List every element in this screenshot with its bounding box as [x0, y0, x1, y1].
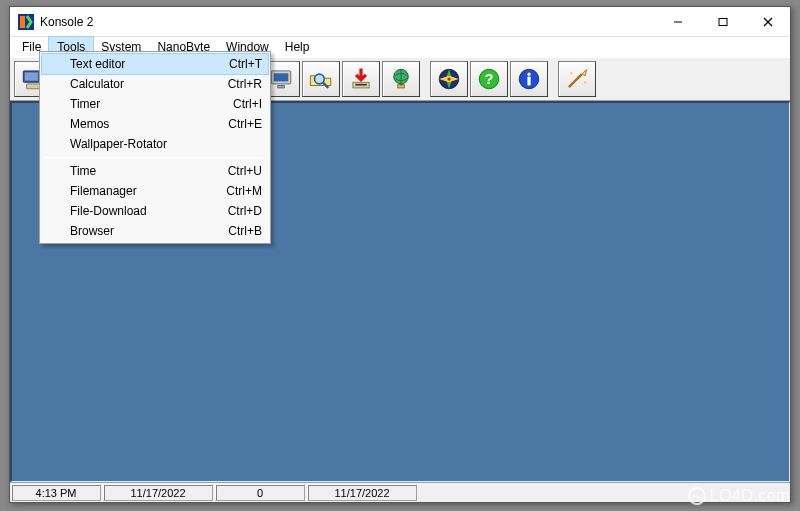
menu-item-label: Calculator [70, 77, 208, 91]
menu-item-label: Filemanager [70, 184, 206, 198]
svg-rect-34 [274, 73, 289, 81]
watermark-icon [685, 484, 708, 507]
watermark-text: LO4D.com [710, 487, 790, 505]
menu-calculator[interactable]: Calculator Ctrl+R [42, 74, 268, 94]
menu-timer[interactable]: Timer Ctrl+I [42, 94, 268, 114]
menu-filemanager[interactable]: Filemanager Ctrl+M [42, 181, 268, 201]
svg-rect-39 [355, 84, 366, 86]
svg-point-54 [570, 72, 572, 74]
tools-dropdown: Text editor Ctrl+T Calculator Ctrl+R Tim… [39, 51, 271, 244]
download-icon[interactable] [342, 61, 380, 97]
globe-icon[interactable] [382, 61, 420, 97]
menu-memos[interactable]: Memos Ctrl+E [42, 114, 268, 134]
window-controls [655, 7, 790, 36]
svg-marker-53 [582, 69, 587, 76]
menu-item-shortcut: Ctrl+T [229, 57, 262, 71]
status-date1: 11/17/2022 [103, 484, 213, 501]
menu-time[interactable]: Time Ctrl+U [42, 161, 268, 181]
menu-item-shortcut: Ctrl+U [228, 164, 262, 178]
svg-line-52 [569, 74, 582, 87]
svg-point-50 [527, 73, 530, 76]
menu-item-shortcut: Ctrl+M [226, 184, 262, 198]
info-icon[interactable] [510, 61, 548, 97]
svg-point-55 [584, 81, 586, 83]
status-date2: 11/17/2022 [307, 484, 417, 501]
svg-point-46 [447, 77, 450, 80]
menu-item-shortcut: Ctrl+E [228, 117, 262, 131]
menu-item-shortcut: Ctrl+R [228, 77, 262, 91]
menu-item-label: Timer [70, 97, 213, 111]
menu-file-download[interactable]: File-Download Ctrl+D [42, 201, 268, 221]
status-count: 0 [215, 484, 305, 501]
menu-wallpaper-rotator[interactable]: Wallpaper-Rotator [42, 134, 268, 154]
menu-item-shortcut: Ctrl+I [233, 97, 262, 111]
app-icon [18, 14, 34, 30]
svg-rect-7 [25, 73, 38, 81]
menu-text-editor[interactable]: Text editor Ctrl+T [42, 54, 268, 74]
svg-rect-51 [527, 77, 530, 86]
menu-help[interactable]: Help [277, 37, 318, 57]
menu-item-shortcut: Ctrl+D [228, 204, 262, 218]
watermark: LO4D.com [688, 487, 790, 505]
svg-text:?: ? [485, 71, 494, 87]
minimize-button[interactable] [655, 7, 700, 36]
svg-rect-3 [719, 18, 727, 25]
menu-item-label: Browser [70, 224, 208, 238]
maximize-button[interactable] [700, 7, 745, 36]
menu-browser[interactable]: Browser Ctrl+B [42, 221, 268, 241]
statusbar: 4:13 PM 11/17/2022 0 11/17/2022 [10, 482, 790, 502]
menu-item-label: File-Download [70, 204, 208, 218]
close-button[interactable] [745, 7, 790, 36]
menu-item-label: Time [70, 164, 208, 178]
help-icon[interactable]: ? [470, 61, 508, 97]
svg-rect-35 [278, 86, 285, 88]
wand-icon[interactable] [558, 61, 596, 97]
status-time: 4:13 PM [11, 484, 101, 501]
compass-icon[interactable] [430, 61, 468, 97]
menu-item-shortcut: Ctrl+B [228, 224, 262, 238]
menu-item-label: Text editor [70, 57, 209, 71]
window-title: Konsole 2 [40, 15, 655, 29]
svg-rect-1 [20, 16, 25, 28]
menu-item-label: Memos [70, 117, 208, 131]
titlebar: Konsole 2 [10, 7, 790, 37]
search-icon[interactable] [302, 61, 340, 97]
svg-rect-8 [27, 84, 40, 89]
menu-item-label: Wallpaper-Rotator [70, 137, 242, 151]
menu-separator [44, 157, 266, 158]
